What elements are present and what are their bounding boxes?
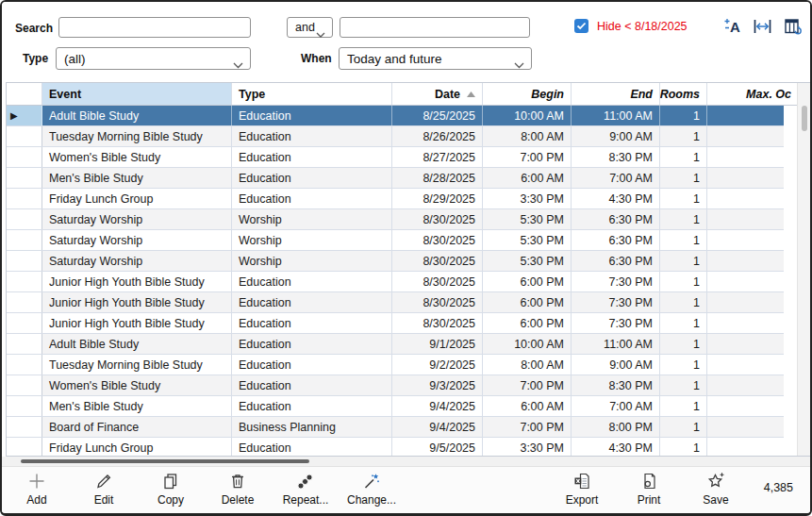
cell-begin[interactable]: 5:30 PM [483, 230, 572, 250]
cell-begin[interactable]: 6:00 PM [483, 313, 572, 333]
table-row[interactable]: Friday Lunch GroupEducation8/29/20253:30… [7, 189, 784, 209]
cell-max[interactable] [707, 209, 798, 229]
cell-end[interactable]: 7:00 AM [572, 168, 660, 188]
cell-date[interactable]: 9/3/2025 [392, 375, 483, 395]
cell-event[interactable]: Men's Bible Study [42, 168, 232, 188]
cell-end[interactable]: 6:30 PM [572, 251, 660, 271]
cell-begin[interactable]: 6:00 AM [483, 168, 572, 188]
operator-select[interactable]: and [287, 17, 333, 38]
vertical-scrollbar-thumb[interactable] [802, 106, 807, 131]
cell-rooms[interactable]: 1 [660, 334, 707, 354]
cell-date[interactable]: 9/2/2025 [392, 355, 483, 375]
table-row[interactable]: ▶Adult Bible StudyEducation8/25/202510:0… [7, 106, 784, 126]
cell-date[interactable]: 8/30/2025 [392, 313, 483, 333]
cell-date[interactable]: 8/30/2025 [392, 209, 483, 229]
cell-max[interactable] [707, 106, 798, 125]
cell-rooms[interactable]: 1 [660, 396, 707, 416]
row-selector[interactable] [7, 168, 42, 188]
cell-begin[interactable]: 6:00 AM [483, 396, 572, 416]
cell-end[interactable]: 4:30 PM [572, 438, 660, 457]
cell-end[interactable]: 7:30 PM [572, 292, 660, 312]
cell-begin[interactable]: 5:30 PM [483, 251, 572, 271]
cell-type[interactable]: Education [232, 126, 392, 146]
font-size-icon[interactable]: A [722, 17, 742, 36]
row-selector[interactable] [7, 417, 42, 437]
cell-end[interactable]: 8:30 PM [572, 375, 660, 395]
second-search-input[interactable] [340, 17, 530, 38]
cell-event[interactable]: Tuesday Morning Bible Study [42, 126, 232, 146]
cell-date[interactable]: 8/30/2025 [392, 272, 483, 291]
cell-end[interactable]: 9:00 AM [572, 355, 660, 375]
cell-event[interactable]: Junior High Youth Bible Study [42, 272, 232, 291]
fit-column-width-icon[interactable] [753, 17, 772, 36]
cell-max[interactable] [707, 147, 798, 167]
row-selector[interactable] [7, 126, 42, 146]
cell-type[interactable]: Education [232, 438, 392, 457]
row-selector[interactable] [7, 292, 42, 312]
cell-max[interactable] [707, 126, 798, 146]
cell-rooms[interactable]: 1 [660, 147, 707, 167]
row-selector[interactable] [7, 375, 42, 395]
cell-begin[interactable]: 7:00 PM [483, 147, 572, 167]
cell-event[interactable]: Women's Bible Study [42, 147, 232, 167]
cell-end[interactable]: 7:30 PM [572, 313, 660, 333]
cell-event[interactable]: Friday Lunch Group [42, 438, 232, 457]
cell-type[interactable]: Education [232, 396, 392, 416]
cell-type[interactable]: Education [232, 375, 392, 395]
cell-end[interactable]: 6:30 PM [572, 230, 660, 250]
cell-date[interactable]: 8/26/2025 [392, 126, 483, 146]
cell-type[interactable]: Education [232, 272, 392, 291]
cell-rooms[interactable]: 1 [660, 106, 707, 125]
cell-type[interactable]: Education [232, 168, 392, 188]
cell-end[interactable]: 9:00 AM [572, 126, 660, 146]
cell-rooms[interactable]: 1 [660, 251, 707, 271]
cell-type[interactable]: Business Planning [232, 417, 392, 437]
row-selector[interactable] [7, 230, 42, 250]
cell-date[interactable]: 8/25/2025 [392, 106, 483, 125]
cell-end[interactable]: 7:00 AM [572, 396, 660, 416]
cell-begin[interactable]: 7:00 PM [483, 375, 572, 395]
search-input[interactable] [58, 17, 251, 38]
cell-rooms[interactable]: 1 [660, 189, 707, 208]
cell-rooms[interactable]: 1 [660, 272, 707, 291]
cell-begin[interactable]: 8:00 AM [483, 126, 572, 146]
cell-type[interactable]: Education [232, 147, 392, 167]
table-row[interactable]: Women's Bible StudyEducation9/3/20257:00… [7, 375, 784, 396]
cell-event[interactable]: Tuesday Morning Bible Study [42, 355, 232, 375]
cell-type[interactable]: Worship [232, 230, 392, 250]
vertical-scrollbar[interactable] [797, 83, 810, 456]
cell-type[interactable]: Education [232, 334, 392, 354]
cell-max[interactable] [707, 272, 798, 291]
column-chooser-icon[interactable] [783, 17, 803, 36]
row-selector[interactable] [7, 396, 42, 416]
table-row[interactable]: Saturday WorshipWorship8/30/20255:30 PM6… [7, 230, 784, 251]
save-button[interactable]: Save [687, 471, 745, 507]
column-header-type[interactable]: Type [232, 83, 392, 105]
table-row[interactable]: Junior High Youth Bible StudyEducation8/… [7, 292, 784, 313]
cell-begin[interactable]: 5:30 PM [483, 209, 572, 229]
cell-max[interactable] [707, 189, 798, 208]
row-selector[interactable] [7, 355, 42, 375]
cell-event[interactable]: Board of Finance [42, 417, 232, 437]
cell-begin[interactable]: 10:00 AM [483, 334, 572, 354]
table-row[interactable]: Tuesday Morning Bible StudyEducation8/26… [7, 126, 784, 147]
cell-end[interactable]: 8:30 PM [572, 147, 660, 167]
cell-event[interactable]: Adult Bible Study [42, 106, 232, 125]
cell-rooms[interactable]: 1 [660, 417, 707, 437]
column-header-begin[interactable]: Begin [483, 83, 572, 105]
cell-event[interactable]: Saturday Worship [42, 230, 232, 250]
hide-checkbox-label[interactable]: Hide < 8/18/2025 [597, 20, 688, 33]
table-row[interactable]: Friday Lunch GroupEducation9/5/20253:30 … [7, 438, 784, 457]
cell-max[interactable] [707, 438, 798, 457]
cell-rooms[interactable]: 1 [660, 209, 707, 229]
repeat-button[interactable]: Repeat... [276, 471, 335, 507]
table-row[interactable]: Tuesday Morning Bible StudyEducation9/2/… [7, 355, 784, 375]
cell-rooms[interactable]: 1 [660, 292, 707, 312]
cell-date[interactable]: 8/27/2025 [392, 147, 483, 167]
cell-end[interactable]: 6:30 PM [572, 209, 660, 229]
row-selector[interactable] [7, 251, 42, 271]
hide-checkbox[interactable] [574, 19, 588, 33]
change-button[interactable]: Change... [342, 471, 401, 507]
edit-button[interactable]: Edit [75, 471, 133, 507]
cell-date[interactable]: 8/30/2025 [392, 292, 483, 312]
